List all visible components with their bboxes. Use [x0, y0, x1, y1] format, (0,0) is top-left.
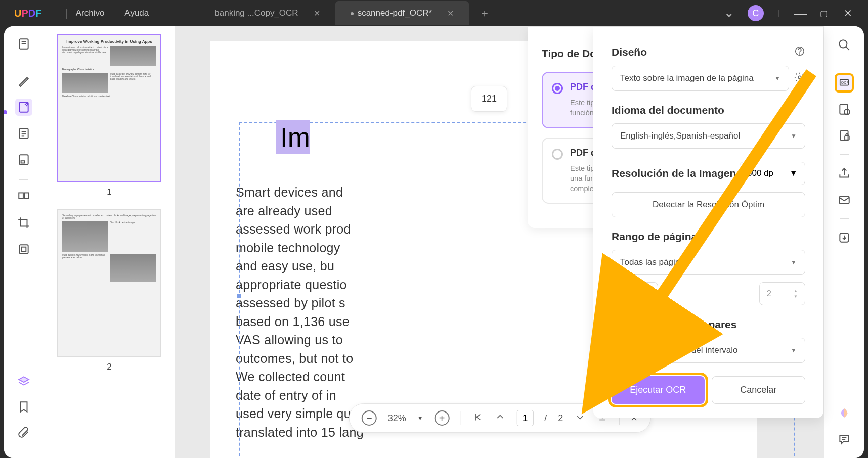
search-icon[interactable] — [835, 35, 854, 55]
range-label: Rango de páginas — [612, 231, 805, 243]
tab-banking[interactable]: banking ...Copy_OCR ✕ — [199, 1, 335, 25]
reader-icon[interactable] — [15, 125, 32, 142]
svg-rect-11 — [24, 193, 29, 198]
run-ocr-button[interactable]: Ejecutar OCR — [612, 376, 705, 404]
maximize-button[interactable]: ▢ — [818, 9, 829, 18]
crop-icon[interactable] — [15, 214, 32, 232]
thumbnails-panel: Improve Working Productivity in Using Ap… — [44, 26, 175, 458]
svg-rect-9 — [21, 161, 25, 163]
email-icon[interactable] — [835, 190, 854, 209]
ocr-panel: Diseño Texto sobre la imagen de la págin… — [593, 27, 823, 418]
chevron-down-icon[interactable]: ▼ — [417, 415, 423, 422]
tab-label: scanned-pdf_OCR* — [351, 8, 432, 18]
ai-icon[interactable] — [835, 403, 854, 423]
protect-icon[interactable] — [835, 126, 854, 145]
divider: | — [778, 9, 780, 18]
new-tab-button[interactable]: ＋ — [469, 6, 500, 21]
app-logo: UPDF — [14, 8, 41, 19]
svg-point-19 — [839, 40, 847, 48]
menu-help[interactable]: Ayuda — [124, 8, 149, 18]
left-toolbar — [4, 26, 44, 458]
compress-icon[interactable] — [15, 241, 32, 258]
titlebar-right: ⌄ C | — ▢ ✕ — [724, 5, 863, 21]
svg-rect-4 — [19, 128, 28, 139]
range-from-input[interactable]: 1▲▼ — [612, 282, 658, 305]
range-select[interactable]: Todas las páginas▼ — [612, 250, 805, 275]
titlebar: UPDF | Archivo Ayuda banking ...Copy_OCR… — [0, 0, 868, 26]
close-icon[interactable]: ✕ — [447, 9, 454, 18]
svg-rect-27 — [839, 197, 849, 204]
close-icon[interactable]: ✕ — [314, 9, 320, 18]
text-highlight: Im — [276, 120, 310, 154]
thumb-number: 1 — [107, 187, 111, 197]
help-icon[interactable] — [794, 45, 805, 59]
share-icon[interactable] — [835, 164, 854, 183]
svg-rect-12 — [19, 245, 28, 253]
prev-page-icon[interactable] — [495, 411, 506, 425]
avatar[interactable]: C — [748, 5, 764, 21]
comment-icon[interactable] — [835, 430, 854, 449]
design-select[interactable]: Texto sobre la imagen de la página▼ — [612, 66, 789, 91]
page-total: 2 — [558, 413, 563, 424]
main-area: Improve Working Productivity in Using Ap… — [4, 26, 864, 458]
svg-point-18 — [798, 76, 801, 79]
cancel-button[interactable]: Cancelar — [712, 376, 806, 404]
svg-rect-25 — [840, 130, 848, 141]
page-input[interactable]: 1 — [517, 410, 534, 426]
minimize-button[interactable]: — — [794, 6, 804, 21]
menu-file[interactable]: Archivo — [76, 8, 105, 18]
svg-rect-13 — [22, 247, 26, 252]
thumbnail-1[interactable]: Improve Working Productivity in Using Ap… — [54, 34, 165, 197]
close-button[interactable]: ✕ — [843, 7, 853, 19]
edit-icon[interactable] — [15, 99, 32, 116]
divider: | — [65, 8, 67, 19]
chevron-down-icon[interactable]: ⌄ — [724, 7, 733, 20]
detect-resolution-button[interactable]: Detectar la Resolución Óptim — [612, 192, 805, 217]
ocr-icon[interactable]: OCR — [835, 73, 854, 93]
organize-icon[interactable] — [15, 188, 32, 205]
svg-line-20 — [846, 47, 849, 50]
zoom-level[interactable]: 32% — [388, 413, 406, 424]
svg-rect-10 — [19, 193, 23, 198]
range-to-input[interactable]: 2▲▼ — [759, 282, 806, 305]
redact-icon[interactable] — [835, 100, 854, 119]
odd-even-select[interactable]: Todas las páginas del intervalo▼ — [612, 338, 805, 363]
gear-icon[interactable] — [794, 72, 805, 85]
zoom-in-button[interactable]: + — [435, 410, 450, 426]
resolution-select[interactable]: 300 dp▼ — [740, 162, 805, 185]
thumbnail-2[interactable]: Secondary page preview with smaller text… — [54, 209, 165, 372]
svg-point-17 — [800, 54, 800, 54]
tabs: banking ...Copy_OCR ✕ scanned-pdf_OCR* ✕… — [199, 0, 500, 26]
svg-text:OCR: OCR — [841, 80, 849, 85]
design-label: Diseño — [612, 46, 647, 58]
layers-icon[interactable] — [15, 373, 32, 390]
tab-scanned[interactable]: scanned-pdf_OCR* ✕ — [335, 1, 469, 25]
next-page-icon[interactable] — [574, 411, 585, 425]
svg-rect-3 — [19, 102, 28, 112]
highlighter-icon[interactable] — [15, 72, 32, 89]
page-separator: / — [544, 413, 547, 424]
lang-select[interactable]: English-inglés,Spanish-español▼ — [612, 123, 805, 149]
thumbnails-icon[interactable] — [15, 35, 32, 53]
bookmark-icon[interactable] — [15, 398, 32, 416]
radio-icon — [552, 149, 563, 160]
thumb-number: 2 — [107, 362, 111, 372]
lang-label: Idioma del documento — [612, 104, 805, 116]
zoom-out-button[interactable]: − — [362, 410, 377, 426]
odd-even-label: Páginas impares o pares — [612, 318, 805, 331]
radio-icon — [552, 83, 563, 94]
first-page-icon[interactable] — [472, 411, 484, 425]
form-icon[interactable] — [15, 151, 32, 168]
float-number: 121 — [471, 86, 507, 112]
tab-label: banking ...Copy_OCR — [214, 8, 298, 18]
resolution-label: Resolución de la Imagen — [612, 167, 736, 179]
save-icon[interactable] — [835, 228, 854, 247]
right-toolbar: OCR — [824, 26, 864, 458]
attachment-icon[interactable] — [15, 424, 32, 441]
